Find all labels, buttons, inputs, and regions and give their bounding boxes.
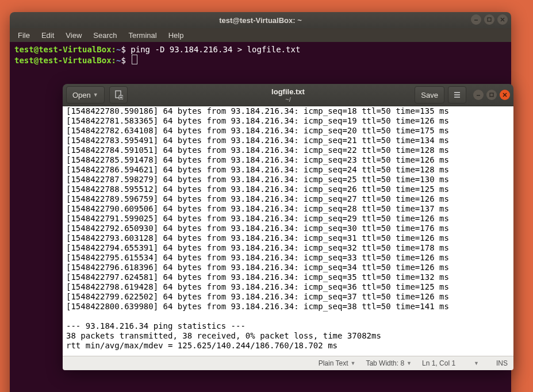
menu-item-view[interactable]: View — [61, 30, 86, 41]
gedit-headerbar[interactable]: Open ▼ logfile.txt ~/ Save — [63, 84, 513, 106]
gedit-filename: logfile.txt — [271, 87, 305, 96]
gedit-filepath: ~/ — [285, 96, 290, 103]
terminal-menubar: FileEditViewSearchTerminalHelp — [10, 28, 511, 42]
tab-width-label: Tab Width: 8 — [366, 359, 404, 367]
menu-item-edit[interactable]: Edit — [37, 30, 59, 41]
terminal-window-controls — [471, 14, 508, 25]
hamburger-menu-button[interactable] — [448, 86, 466, 103]
chevron-down-icon: ▼ — [407, 360, 412, 366]
new-doc-icon — [114, 90, 123, 99]
menu-item-search[interactable]: Search — [89, 30, 121, 41]
insert-mode-indicator[interactable]: INS — [496, 359, 508, 367]
svg-rect-12 — [490, 93, 493, 97]
menu-item-file[interactable]: File — [13, 30, 34, 41]
close-button[interactable] — [497, 14, 508, 25]
tab-width-selector[interactable]: Tab Width: 8 ▼ — [362, 359, 415, 367]
close-button[interactable] — [500, 90, 510, 100]
terminal-cursor — [132, 55, 137, 64]
save-button-label: Save — [421, 91, 438, 99]
syntax-selector[interactable]: Plain Text ▼ — [315, 359, 359, 367]
menu-item-help[interactable]: Help — [164, 30, 189, 41]
maximize-button[interactable] — [484, 14, 494, 25]
svg-rect-1 — [488, 18, 491, 21]
minimize-button[interactable] — [473, 90, 484, 100]
gedit-window-controls — [473, 90, 510, 100]
cursor-pos-label: Ln 1, Col 1 — [422, 359, 455, 367]
prompt-user: test@test-VirtualBox — [14, 45, 112, 54]
maximize-button[interactable] — [486, 90, 497, 100]
chevron-down-icon: ▼ — [474, 360, 479, 366]
prompt-user-2: test@test-VirtualBox — [14, 56, 112, 65]
minimize-button[interactable] — [471, 14, 481, 25]
save-button[interactable]: Save — [415, 86, 444, 103]
gedit-statusbar: Plain Text ▼ Tab Width: 8 ▼ Ln 1, Col 1 … — [63, 356, 513, 370]
new-document-button[interactable] — [109, 86, 128, 103]
syntax-label: Plain Text — [319, 359, 348, 367]
terminal-titlebar[interactable]: test@test-VirtualBox: ~ — [10, 12, 511, 28]
terminal-title-text: test@test-VirtualBox: ~ — [219, 16, 302, 25]
cursor-position[interactable]: Ln 1, Col 1 ▼ — [419, 359, 482, 367]
open-button[interactable]: Open ▼ — [66, 86, 105, 103]
gedit-window: Open ▼ logfile.txt ~/ Save — [63, 84, 513, 370]
terminal-command: ping -D 93.184.216.34 > logfile.txt — [131, 45, 300, 54]
open-button-label: Open — [72, 91, 91, 99]
hamburger-icon — [453, 91, 461, 99]
editor-content[interactable]: [1548422780.590186] 64 bytes from 93.184… — [63, 106, 513, 356]
chevron-down-icon: ▼ — [350, 360, 355, 366]
menu-item-terminal[interactable]: Terminal — [124, 30, 162, 41]
chevron-down-icon: ▼ — [93, 92, 98, 98]
